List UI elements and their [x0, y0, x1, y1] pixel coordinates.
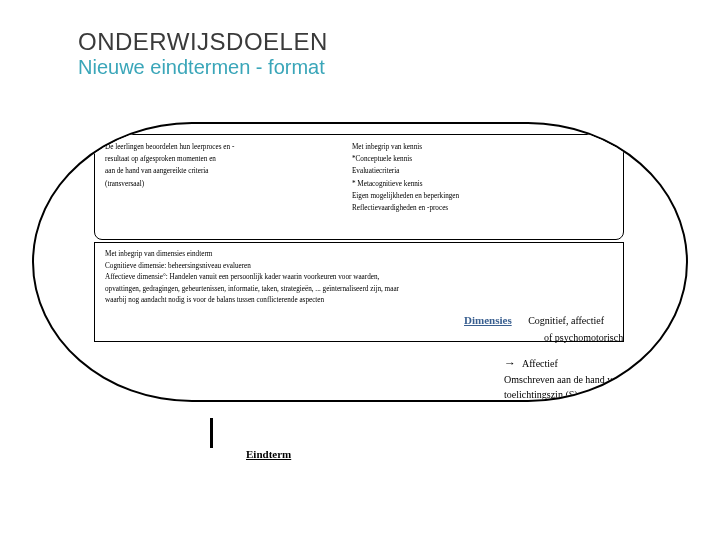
of-line: of psychomotorisch	[544, 332, 623, 343]
text-line: (transversaal)	[105, 178, 346, 190]
affectief-block: → Affectief Omschreven aan de hand van t…	[504, 354, 674, 402]
affectief-title: Affectief	[522, 358, 558, 369]
text-line: resultaat op afgesproken momenten en	[105, 153, 346, 165]
text-line: * Metacognitieve kennis	[352, 178, 613, 190]
text-line: aan de hand van aangereikte criteria	[105, 165, 346, 177]
dimensies-label: Dimensies	[464, 314, 512, 326]
connector-bar	[210, 418, 213, 448]
kennis-box: De leerlingen beoordelen hun leerproces …	[94, 134, 624, 240]
arrow-right-icon: →	[504, 356, 516, 370]
eindterm-label: Eindterm	[246, 448, 291, 460]
text-line: De leerlingen beoordelen hun leerproces …	[105, 141, 346, 153]
text-line: Eigen mogelijkheden en beperkingen	[352, 190, 613, 202]
dimensies-value: Cognitief, affectief	[528, 315, 604, 326]
dimensies-box: Met inbegrip van dimensies eindterm Cogn…	[94, 242, 624, 342]
text-line: Affectieve dimensie°: Handelen vanuit ee…	[105, 272, 613, 284]
text-line: waarbij nog aandacht nodig is voor de ba…	[105, 295, 613, 307]
dimensies-row: Dimensies Cognitief, affectief	[464, 314, 604, 326]
text-line: Met inbegrip van dimensies eindterm	[105, 249, 613, 261]
text-line: Met inbegrip van kennis	[352, 141, 613, 153]
kennis-label: Kennis	[635, 136, 668, 148]
text-line: *Conceptuele kennis	[352, 153, 613, 165]
page-title: ONDERWIJSDOELEN	[78, 28, 328, 56]
text-line: Reflectievaardigheden en -proces	[352, 202, 613, 214]
text-line: Evaluatiecriteria	[352, 165, 613, 177]
affectief-body: Omschreven aan de hand van toelichtingsz…	[504, 372, 674, 402]
format-oval: Kennis De leerlingen beoordelen hun leer…	[32, 122, 688, 402]
text-line: opvattingen, gedragingen, gebeurtenissen…	[105, 284, 613, 296]
text-line: Cognitieve dimensie: beheersingsniveau e…	[105, 261, 613, 273]
page-subtitle: Nieuwe eindtermen - format	[78, 56, 328, 79]
